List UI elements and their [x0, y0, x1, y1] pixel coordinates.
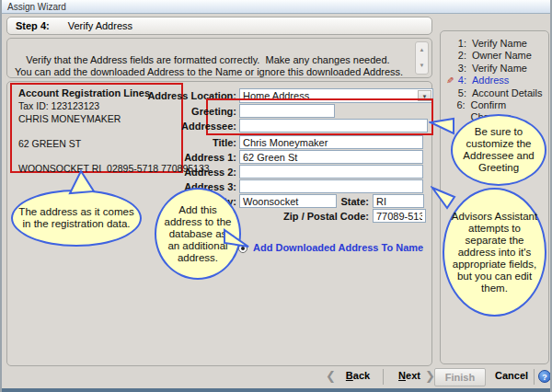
- address3-input[interactable]: [239, 179, 423, 193]
- step-title: Verify Address: [68, 20, 132, 31]
- button-separator: [383, 369, 384, 385]
- address3-label: Address 3:: [121, 181, 236, 192]
- assign-wizard-window: Assign Wizard Step 4:Verify Address Veri…: [0, 0, 552, 392]
- greeting-input[interactable]: [239, 104, 335, 118]
- next-button[interactable]: Next: [390, 370, 429, 381]
- step-item-5: 5:Account Details: [444, 87, 545, 99]
- callout-customize-tail: [429, 116, 456, 136]
- button-bar: ❮ Back Next ❯ Finish Cancel ?: [2, 367, 552, 388]
- window-bottom-border: [2, 388, 552, 392]
- step-item-label: Address: [472, 75, 509, 86]
- greeting-label: Greeting:: [121, 106, 236, 117]
- step-item-2: 2:Owner Name: [444, 50, 545, 62]
- callout-customize: Be sure to customize the Addressee and G…: [451, 114, 546, 186]
- instructions-scrollbar[interactable]: ▲ ▼: [415, 41, 429, 75]
- step-item-label: Verify Name: [472, 63, 527, 75]
- step-number-label: Step 4:: [16, 20, 50, 31]
- callout-registration-tail: [66, 169, 99, 195]
- step-header: Step 4:Verify Address: [6, 17, 432, 35]
- zip-input[interactable]: [373, 209, 426, 223]
- address1-label: Address 1:: [121, 152, 236, 163]
- callout-separate-tail: [431, 184, 458, 210]
- scroll-down-icon[interactable]: ▼: [416, 60, 428, 72]
- add-downloaded-address-label[interactable]: Add Downloaded Address To Name: [253, 242, 423, 253]
- instructions-panel: Verify that the Address fields are forma…: [6, 38, 432, 78]
- button-separator: [534, 369, 535, 385]
- addressee-input[interactable]: [239, 119, 428, 133]
- callout-add-address-tail: [221, 226, 250, 250]
- step-item-label: Owner Name: [472, 50, 532, 62]
- back-button[interactable]: Back: [338, 370, 378, 381]
- scroll-up-icon[interactable]: ▲: [416, 44, 428, 56]
- state-label: State:: [319, 196, 369, 207]
- back-chevron-icon: ❮: [326, 369, 336, 383]
- addressee-label: Addressee:: [121, 121, 236, 132]
- finish-button: Finish: [434, 368, 486, 386]
- pencil-icon: ✎: [446, 75, 454, 86]
- window-titlebar[interactable]: Assign Wizard: [2, 0, 550, 14]
- step-item-1: 1:Verify Name: [444, 38, 545, 50]
- zip-label: Zip / Postal Code:: [250, 211, 369, 222]
- address2-input[interactable]: [239, 165, 423, 179]
- title-input[interactable]: [239, 135, 423, 149]
- state-input[interactable]: [373, 194, 424, 208]
- step-item-label: Account Details: [472, 87, 542, 99]
- instructions-text: Verify that the Address fields are forma…: [15, 54, 403, 77]
- step-item-label: Verify Name: [472, 38, 527, 50]
- help-icon[interactable]: ?: [538, 370, 551, 383]
- cancel-button[interactable]: Cancel: [495, 370, 528, 381]
- step-item-3: 3:Verify Name: [444, 63, 545, 75]
- address1-input[interactable]: [239, 150, 423, 164]
- window-title: Assign Wizard: [7, 2, 66, 12]
- title-label: Title:: [121, 137, 236, 148]
- step-item-4-current: ✎4:Address: [444, 75, 545, 86]
- address2-label: Address 2:: [121, 167, 236, 178]
- callout-registration: The address as it comes in the registrat…: [11, 190, 142, 247]
